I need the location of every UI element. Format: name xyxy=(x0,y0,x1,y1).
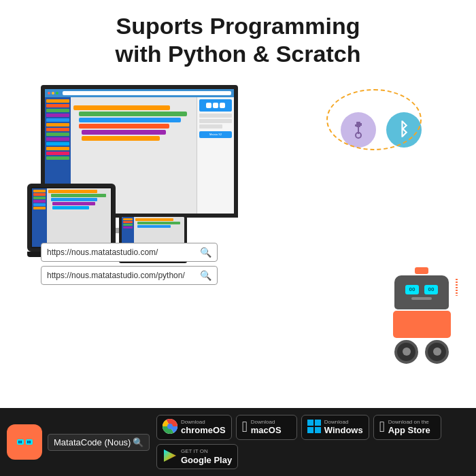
download-windows-button[interactable]: Download Windows xyxy=(301,415,369,440)
svg-point-7 xyxy=(167,424,173,429)
svg-rect-11 xyxy=(315,427,321,433)
content-area: Matata S2 xyxy=(0,75,476,401)
macos-big-label: macOS xyxy=(251,425,282,436)
appstore-small-label: Download on the xyxy=(388,419,430,426)
download-macos-button[interactable]:  Download macOS xyxy=(236,415,297,440)
googleplay-icon xyxy=(163,448,177,465)
svg-marker-12 xyxy=(164,449,176,462)
devices-section: Matata S2 xyxy=(20,78,286,398)
windows-big-label: Windows xyxy=(324,425,363,436)
url-1-text: https://nous.matatastudio.com/ xyxy=(47,248,200,257)
app-name-text: MatataCode (Nous) xyxy=(54,437,133,447)
search-icon-1: 🔍 xyxy=(200,247,211,258)
download-googleplay-button[interactable]: GET IT ON Google Play xyxy=(156,444,238,469)
url-box-2[interactable]: https://nous.matatastudio.com/python/ 🔍 xyxy=(41,266,218,285)
chrome-icon xyxy=(163,419,177,436)
windows-icon xyxy=(307,420,321,435)
svg-rect-8 xyxy=(307,420,313,426)
robot-torso xyxy=(393,311,451,338)
right-section: ᛒ 00 00 xyxy=(286,78,462,398)
googleplay-big-label: Google Play xyxy=(181,455,232,466)
robot-head: 00 00 xyxy=(394,275,449,309)
dashed-ring xyxy=(326,89,422,150)
url-box-1[interactable]: https://nous.matatastudio.com/ 🔍 xyxy=(41,243,218,262)
appstore-icon:  xyxy=(379,420,385,435)
appstore-big-label: App Store xyxy=(388,425,430,436)
page-title: Suports Programming with Python & Scratc… xyxy=(41,12,435,68)
macos-small-label: Download xyxy=(251,419,282,426)
windows-small-label: Download xyxy=(324,419,363,426)
url-2-text: https://nous.matatastudio.com/python/ xyxy=(47,271,200,280)
app-name-search[interactable]: MatataCode (Nous) 🔍 xyxy=(48,434,150,451)
search-icon-2: 🔍 xyxy=(200,270,211,281)
svg-rect-10 xyxy=(307,427,313,433)
robot-wheels xyxy=(391,340,452,364)
matata-icon: 00 00 xyxy=(7,424,42,460)
chromeos-big-label: chromeOS xyxy=(181,425,226,436)
download-appstore-button[interactable]:  Download on the App Store xyxy=(373,415,441,440)
download-chromeos-button[interactable]: Download chromeOS xyxy=(156,415,232,440)
googleplay-small-label: GET IT ON xyxy=(181,448,232,455)
page-header: Suports Programming with Python & Scratc… xyxy=(0,0,476,75)
connection-area: ᛒ xyxy=(327,92,422,148)
robot-eye-right: 00 xyxy=(424,285,438,294)
url-section: https://nous.matatastudio.com/ 🔍 https:/… xyxy=(41,243,218,289)
robot: 00 00 xyxy=(374,267,469,364)
robot-eye-left: 00 xyxy=(405,285,419,294)
apple-icon:  xyxy=(242,420,248,435)
svg-rect-9 xyxy=(315,420,321,426)
app-search-icon: 🔍 xyxy=(133,437,143,447)
chromeos-small-label: Download xyxy=(181,419,226,426)
download-buttons: Download chromeOS  Download macOS xyxy=(156,415,469,469)
app-icon-section: 00 00 MatataCode (Nous) 🔍 xyxy=(7,424,150,460)
bottom-bar: 00 00 MatataCode (Nous) 🔍 xyxy=(0,408,476,476)
